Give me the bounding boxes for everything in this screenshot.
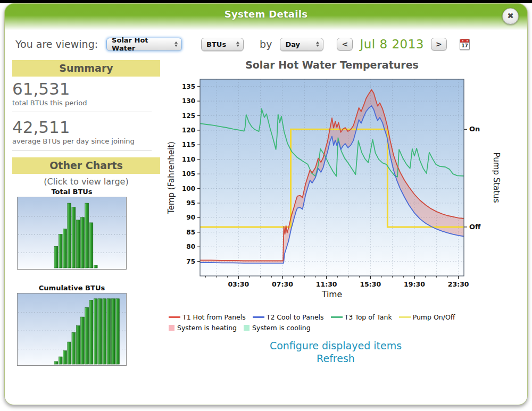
divider (12, 150, 152, 150)
controls-row: You are viewing: Solar Hot Water BTUs by… (15, 35, 517, 54)
svg-text:90: 90 (186, 214, 195, 221)
select-arrows-icon (316, 41, 319, 47)
legend-label: Pump On/Off (413, 313, 455, 321)
legend-label: System is heating (177, 324, 237, 332)
system-select[interactable]: Solar Hot Water (106, 38, 182, 51)
legend-swatch-icon (169, 316, 180, 318)
select-arrows-icon (174, 41, 178, 47)
calendar-icon-day: 17 (460, 43, 469, 49)
cumulative-btus-chart-title: Cumulative BTUs (17, 284, 127, 292)
metric-select-value: BTUs (206, 40, 226, 48)
svg-text:On: On (469, 125, 480, 133)
legend-label: T1 Hot from Panels (182, 313, 246, 321)
dialog-title: System Details (5, 4, 527, 20)
svg-text:135: 135 (182, 83, 195, 90)
average-btus-value: 42,511 (12, 118, 160, 137)
legend-row: System is heatingSystem is cooling (169, 324, 523, 332)
prev-day-label: < (342, 40, 348, 48)
select-arrows-icon (236, 41, 239, 47)
cumulative-btus-mini-chart[interactable] (17, 293, 127, 366)
total-btus-label: total BTUs this period (12, 99, 160, 107)
main-chart-title: Solar Hot Water Temperatures (200, 59, 464, 71)
legend-item: System is cooling (244, 324, 311, 332)
viewing-label: You are viewing: (15, 38, 98, 50)
legend-row: T1 Hot from PanelsT2 Cool to PanelsT3 To… (169, 313, 523, 321)
other-charts-header: Other Charts (12, 157, 160, 174)
dialog-header: System Details (5, 4, 527, 31)
legend-label: T2 Cool to Panels (267, 313, 324, 321)
main-chart-area: Solar Hot Water Temperatures 75808590951… (165, 59, 523, 365)
current-date: Jul 8 2013 (360, 37, 424, 51)
legend-swatch-icon (331, 316, 343, 318)
svg-text:110: 110 (182, 156, 195, 163)
summary-sidebar: Summary 61,531 total BTUs this period 42… (12, 60, 160, 366)
svg-text:Pump Status: Pump Status (492, 153, 501, 203)
system-details-dialog: System Details ✖ You are viewing: Solar … (4, 3, 528, 405)
prev-day-button[interactable]: < (337, 38, 353, 51)
by-label: by (260, 38, 272, 50)
refresh-link[interactable]: Refresh (187, 352, 485, 365)
svg-text:07:30: 07:30 (272, 280, 293, 288)
svg-text:23:30: 23:30 (448, 280, 469, 288)
legend-label: T3 Top of Tank (345, 313, 392, 321)
svg-text:Off: Off (469, 223, 481, 231)
period-select-value: Day (285, 40, 300, 48)
divider (12, 112, 152, 112)
svg-text:130: 130 (182, 97, 195, 105)
close-icon: ✖ (507, 12, 514, 20)
close-button[interactable]: ✖ (502, 8, 519, 24)
total-btus-chart-title: Total BTUs (17, 188, 127, 196)
calendar-icon[interactable]: 17 (460, 39, 470, 50)
svg-text:19:30: 19:30 (404, 280, 425, 288)
svg-text:125: 125 (182, 112, 195, 120)
average-btus-label: average BTUs per day since joining (12, 137, 160, 145)
svg-text:75: 75 (186, 258, 195, 265)
next-day-label: > (436, 40, 442, 48)
chart-legend: T1 Hot from PanelsT2 Cool to PanelsT3 To… (169, 313, 523, 332)
svg-text:Time: Time (321, 290, 342, 299)
svg-text:85: 85 (186, 229, 195, 236)
legend-item: T1 Hot from Panels (169, 313, 246, 321)
total-btus-value: 61,531 (12, 79, 160, 99)
legend-item: T3 Top of Tank (331, 313, 392, 321)
total-btus-mini-chart[interactable] (17, 197, 127, 270)
period-select[interactable]: Day (280, 38, 323, 51)
summary-header: Summary (12, 60, 160, 77)
svg-text:Temp (Fahrenheit): Temp (Fahrenheit) (167, 141, 176, 214)
legend-swatch-icon (169, 325, 174, 331)
legend-swatch-icon (399, 316, 411, 318)
legend-item: T2 Cool to Panels (253, 313, 324, 321)
svg-text:15:30: 15:30 (360, 280, 381, 288)
svg-text:11:30: 11:30 (316, 280, 337, 288)
next-day-button[interactable]: > (431, 38, 447, 51)
click-to-view-hint: (Click to view large) (12, 177, 160, 187)
svg-text:105: 105 (182, 170, 195, 178)
legend-item: Pump On/Off (399, 313, 455, 321)
system-select-value: Solar Hot Water (112, 36, 171, 52)
svg-text:80: 80 (186, 243, 195, 250)
legend-label: System is cooling (252, 324, 311, 332)
svg-text:03:30: 03:30 (228, 280, 249, 288)
legend-item: System is heating (169, 324, 237, 332)
svg-text:115: 115 (182, 141, 195, 148)
svg-text:120: 120 (182, 127, 195, 134)
legend-swatch-icon (253, 316, 264, 318)
configure-displayed-items-link[interactable]: Configure displayed items (187, 339, 485, 352)
metric-select[interactable]: BTUs (201, 38, 244, 51)
temperature-chart: 758085909510010511011512012513013503:300… (165, 71, 510, 308)
svg-text:100: 100 (182, 185, 195, 192)
legend-swatch-icon (244, 325, 250, 331)
svg-text:95: 95 (186, 199, 195, 207)
